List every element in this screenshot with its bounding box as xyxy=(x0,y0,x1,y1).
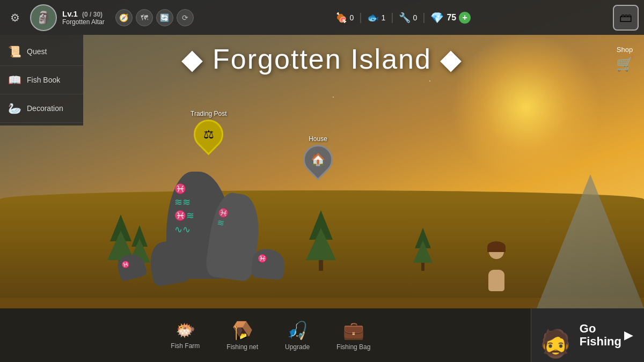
top-bar: ⚙ 🗿 Lv.1 (0 / 30) Forgotten Altar 🧭 🗺 🔄 … xyxy=(0,0,644,35)
bottom-item-fishingbag[interactable]: 💼 Fishing Bag xyxy=(336,320,370,351)
trading-post-label: Trading Post xyxy=(191,110,227,117)
nav-reload-btn[interactable]: ⟳ xyxy=(177,9,194,26)
tree-right xyxy=(306,210,336,271)
bottom-item-upgrade[interactable]: 🎣 Upgrade xyxy=(285,320,310,351)
gems-area: 💎 75 + xyxy=(430,11,471,24)
island-title: ◆ Forgotten Island ◆ xyxy=(0,43,644,75)
decoration-label: Decoration xyxy=(27,104,63,113)
chest-icon: 🗃 xyxy=(619,10,632,25)
sidebar-item-fishbook[interactable]: 📖 Fish Book xyxy=(0,66,83,94)
level-text: Lv.1 (0 / 30) xyxy=(62,9,105,18)
meat-icon: 🍖 xyxy=(335,12,347,24)
settings-icon: ⚙ xyxy=(10,11,20,24)
fish-icon: 🐟 xyxy=(367,12,379,24)
island-title-text: ◆ Forgotten Island ◆ xyxy=(181,43,463,75)
resource-meat: 🍖 0 xyxy=(335,12,354,24)
nav-compass-btn[interactable]: 🧭 xyxy=(115,9,133,26)
shop-icon: 🛒 xyxy=(616,56,633,72)
fishfarm-icon: 🐡 xyxy=(175,321,195,339)
fish-value: 1 xyxy=(381,13,385,22)
resources-area: 🍖 0 | 🐟 1 | 🔧 0 | 💎 75 + xyxy=(204,11,602,24)
go-fishing-arrow: ▶ xyxy=(624,328,633,342)
fishingnet-icon: 🪤 xyxy=(232,320,253,341)
level-info: Lv.1 (0 / 30) Forgotten Altar xyxy=(62,9,105,26)
upgrade-icon: 🎣 xyxy=(287,320,308,341)
nav-icons: 🧭 🗺 🔄 ⟳ xyxy=(115,9,194,26)
house-pin[interactable]: House 🏠 xyxy=(303,135,333,174)
resource-tool: 🔧 0 xyxy=(399,12,417,24)
bottom-item-fishingnet[interactable]: 🪤 Fishing net xyxy=(226,320,258,351)
xp-text: (0 / 30) xyxy=(82,11,103,18)
sep3: | xyxy=(422,11,425,24)
sidebar-item-decoration[interactable]: 🦢 Decoration xyxy=(0,94,83,123)
decoration-icon: 🦢 xyxy=(8,102,21,115)
resource-fish: 🐟 1 xyxy=(367,12,385,24)
star xyxy=(429,80,430,82)
sep2: | xyxy=(391,11,393,24)
gems-value: 75 xyxy=(447,13,456,23)
shop-label: Shop xyxy=(617,46,633,54)
upgrade-label: Upgrade xyxy=(285,343,310,351)
settings-button[interactable]: ⚙ xyxy=(5,8,25,27)
character xyxy=(483,244,510,282)
fishbook-label: Fish Book xyxy=(27,76,60,84)
sep1: | xyxy=(359,11,362,24)
tree-far-right xyxy=(413,228,433,271)
fishingbag-icon: 💼 xyxy=(343,320,364,341)
fishfarm-label: Fish Farm xyxy=(171,342,200,350)
bottom-items: 🐡 Fish Farm 🪤 Fishing net 🎣 Upgrade 💼 Fi… xyxy=(0,320,531,351)
tool-icon: 🔧 xyxy=(399,12,411,24)
tool-value: 0 xyxy=(413,13,417,22)
altar-name: Forgotten Altar xyxy=(62,18,105,26)
add-gems-button[interactable]: + xyxy=(459,12,471,24)
level-number: Lv.1 xyxy=(62,9,78,18)
bottom-bar: 🐡 Fish Farm 🪤 Fishing net 🎣 Upgrade 💼 Fi… xyxy=(0,308,644,362)
sidebar-item-quest[interactable]: 📜 Quest xyxy=(0,38,83,66)
go-fishing-text-area: GoFishing ▶ xyxy=(580,322,633,348)
shop-button[interactable]: Shop 🛒 xyxy=(616,46,633,72)
rune-glyphs: ♓≋≋♓≋∿∿ xyxy=(174,182,194,237)
nav-map-btn[interactable]: 🗺 xyxy=(136,9,153,26)
go-fishing-avatar: 🧔 xyxy=(537,311,574,359)
trading-post-pin[interactable]: Trading Post ⚖ xyxy=(191,110,227,149)
fishbook-icon: 📖 xyxy=(8,73,21,86)
meat-value: 0 xyxy=(349,13,354,22)
go-fishing-button[interactable]: 🧔 GoFishing ▶ xyxy=(531,308,644,362)
bottom-item-fishfarm[interactable]: 🐡 Fish Farm xyxy=(171,321,200,350)
fishingnet-label: Fishing net xyxy=(226,343,258,351)
go-fishing-avatar-icon: 🧔 xyxy=(539,328,572,359)
fishingbag-label: Fishing Bag xyxy=(336,343,370,351)
house-label: House xyxy=(309,135,327,143)
quest-label: Quest xyxy=(27,47,47,56)
gem-icon: 💎 xyxy=(430,11,444,24)
sidebar: 📜 Quest 📖 Fish Book 🦢 Decoration xyxy=(0,35,83,125)
avatar-area: 🗿 xyxy=(30,4,57,31)
avatar-icon: 🗿 xyxy=(36,11,51,25)
quest-icon: 📜 xyxy=(8,45,21,58)
nav-rotate-btn[interactable]: 🔄 xyxy=(156,9,173,26)
chest-button[interactable]: 🗃 xyxy=(613,5,639,31)
house-icon[interactable]: 🏠 xyxy=(297,139,339,181)
avatar[interactable]: 🗿 xyxy=(30,4,57,31)
star xyxy=(333,97,334,98)
go-fishing-label: GoFishing xyxy=(580,322,621,348)
trading-post-icon[interactable]: ⚖ xyxy=(188,114,230,156)
